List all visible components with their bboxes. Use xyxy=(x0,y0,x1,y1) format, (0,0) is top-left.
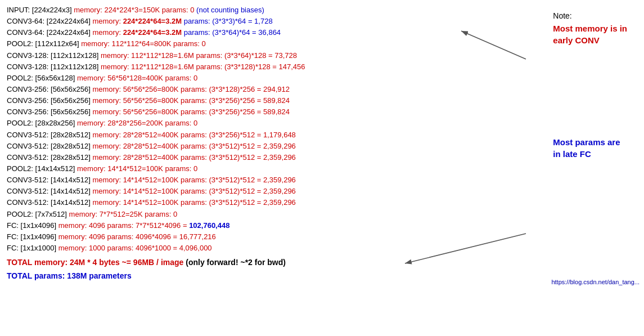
network-line-14: POOL2: [14x14x512] memory: 14*14*512=100… xyxy=(7,163,637,174)
total-params-line: TOTAL params: 138M parameters xyxy=(7,270,637,283)
network-line-6: POOL2: [56x56x128] memory: 56*56*128=400… xyxy=(7,73,637,84)
network-line-17: CONV3-512: [14x14x512] memory: 14*14*512… xyxy=(7,197,637,208)
network-line-13: CONV3-512: [28x28x512] memory: 28*28*512… xyxy=(7,152,637,163)
lines-container: INPUT: [224x224x3] memory: 224*224*3=150… xyxy=(7,5,637,254)
note-label: Note: xyxy=(553,11,627,20)
network-line-1: CONV3-64: [224x224x64] memory: 224*224*6… xyxy=(7,16,637,27)
network-line-15: CONV3-512: [14x14x512] memory: 14*14*512… xyxy=(7,174,637,186)
network-line-12: CONV3-512: [28x28x512] memory: 28*28*512… xyxy=(7,141,637,152)
network-line-9: CONV3-256: [56x56x256] memory: 56*56*256… xyxy=(7,106,637,118)
network-line-2: CONV3-64: [224x224x64] memory: 224*224*6… xyxy=(7,27,637,38)
total-memory-suffix: (only forward! ~*2 for bwd) xyxy=(186,258,286,267)
network-line-7: CONV3-256: [56x56x256] memory: 56*56*256… xyxy=(7,84,637,95)
network-line-8: CONV3-256: [56x56x256] memory: 56*56*256… xyxy=(7,95,637,106)
network-line-5: CONV3-128: [112x112x128] memory: 112*112… xyxy=(7,61,637,73)
network-line-3: POOL2: [112x112x64] memory: 112*112*64=8… xyxy=(7,38,637,50)
watermark: https://blog.csdn.net/dan_tang... xyxy=(551,279,640,285)
network-line-19: FC: [1x1x4096] memory: 4096 params: 7*7*… xyxy=(7,220,637,231)
note-params-text: Most params arein late FC xyxy=(553,136,627,160)
network-line-21: FC: [1x1x1000] memory: 1000 params: 4096… xyxy=(7,243,637,254)
network-line-20: FC: [1x1x4096] memory: 4096 params: 4096… xyxy=(7,231,637,243)
note-area: Note: Most memory is inearly CONV Most p… xyxy=(553,11,627,160)
total-memory-text: TOTAL memory: 24M * 4 bytes ~= 96MB / im… xyxy=(7,258,183,267)
main-content: INPUT: [224x224x3] memory: 224*224*3=150… xyxy=(0,0,644,288)
total-params-text: TOTAL params: 138M parameters xyxy=(7,271,132,280)
network-line-16: CONV3-512: [14x14x512] memory: 14*14*512… xyxy=(7,186,637,197)
total-section: TOTAL memory: 24M * 4 bytes ~= 96MB / im… xyxy=(7,256,637,283)
note-memory-text: Most memory is inearly CONV xyxy=(553,23,627,46)
network-line-10: POOL2: [28x28x256] memory: 28*28*256=200… xyxy=(7,118,637,129)
total-memory-line: TOTAL memory: 24M * 4 bytes ~= 96MB / im… xyxy=(7,256,637,270)
network-line-11: CONV3-512: [28x28x512] memory: 28*28*512… xyxy=(7,129,637,141)
network-line-18: POOL2: [7x7x512] memory: 7*7*512=25K par… xyxy=(7,209,637,220)
network-line-0: INPUT: [224x224x3] memory: 224*224*3=150… xyxy=(7,5,637,16)
network-line-4: CONV3-128: [112x112x128] memory: 112*112… xyxy=(7,50,637,61)
